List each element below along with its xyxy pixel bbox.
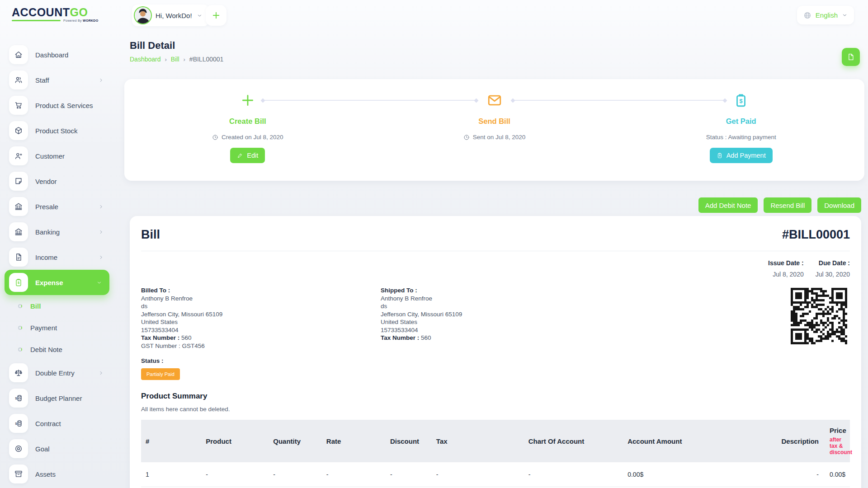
chevron-icon (98, 229, 104, 235)
bill-dates: Issue Date : Jul 8, 2020 Due Date : Jul … (141, 259, 850, 278)
add-debit-note-button[interactable]: Add Debit Note (698, 197, 758, 213)
breadcrumb: Dashboard › Bill › #BILL00001 (130, 56, 223, 63)
sidebar-item[interactable]: Goal (0, 436, 116, 461)
breadcrumb-separator: › (184, 56, 185, 63)
address-line: Tax Number : 560 (141, 335, 381, 341)
sidebar-item[interactable]: Income (0, 244, 116, 270)
sidebar-item[interactable]: Budget Planner (0, 385, 116, 411)
sidebar-item[interactable]: Staff (0, 67, 116, 93)
address-line: Jefferson City, Missouri 65109 (381, 312, 620, 318)
user-menu[interactable]: Hi, WorkDo! (132, 5, 209, 26)
shipped-to-block: Shipped To : Anthony B Renfroe ds Jeffer… (381, 288, 620, 351)
sidebar-item[interactable]: Dashboard (0, 42, 116, 67)
quick-add-button[interactable] (206, 5, 226, 26)
table-header-cell: # (141, 420, 201, 462)
table-cell: - (269, 462, 322, 487)
qr-code (791, 288, 847, 344)
globe-icon (803, 11, 811, 19)
status-badge: Partialy Paid (141, 368, 180, 380)
issue-date-value: Jul 8, 2020 (768, 271, 804, 278)
bill-title: Bill (141, 228, 160, 242)
step-subtitle: Sent on Jul 8, 2020 (371, 134, 618, 141)
bullet-icon (18, 304, 22, 308)
sidebar-item[interactable]: Product Stock (0, 118, 116, 143)
resend-bill-button[interactable]: Resend Bill (764, 197, 811, 213)
sidebar-item[interactable]: Customer (0, 143, 116, 169)
issue-date-label: Issue Date : (768, 259, 804, 267)
address-line: Shipped To : (381, 288, 620, 294)
sidebar-item-icon (9, 197, 28, 216)
address-line: United States (141, 319, 381, 325)
table-cell: 0.00$ (825, 462, 850, 487)
billed-to-block: Billed To : Anthony B Renfroe ds Jeffers… (141, 288, 381, 351)
breadcrumb-bill[interactable]: Bill (171, 56, 179, 63)
progress-step: Send Bill Sent on Jul 8, 2020 (371, 79, 618, 181)
language-selector[interactable]: English (797, 6, 854, 24)
sidebar-item-icon (9, 146, 28, 165)
table-header-cell: Discount (386, 420, 432, 462)
sidebar-subitem[interactable]: Debit Note (0, 338, 116, 360)
document-icon (847, 53, 855, 61)
address-line: Jefferson City, Missouri 65109 (141, 312, 381, 318)
sidebar-item[interactable]: Assets (0, 461, 116, 487)
sidebar-subitem[interactable]: Payment (0, 317, 116, 338)
address-line: 15733533404 (381, 328, 620, 333)
bill-number: #BILL00001 (782, 228, 850, 242)
sidebar-item-icon (9, 273, 28, 292)
sidebar-item-icon (9, 363, 28, 382)
sidebar-item[interactable]: Double Entry (0, 360, 116, 385)
table-cell: 0.00$ (623, 462, 729, 487)
sidebar-item[interactable]: Presale (0, 194, 116, 219)
address-line: Anthony B Renfroe (141, 296, 381, 302)
table-cell: 1 (141, 462, 201, 487)
greeting-text: Hi, WorkDo! (156, 12, 192, 19)
sidebar-item-icon (9, 439, 28, 458)
table-cell: - (729, 462, 825, 487)
sidebar-item[interactable]: Vendor (0, 169, 116, 194)
logo-text: ACCOUNTGO (12, 6, 98, 18)
table-row: 1------0.00$-0.00$ (141, 462, 850, 487)
address-line: 15733533404 (141, 328, 381, 333)
chevron-icon (96, 280, 102, 286)
breadcrumb-dashboard[interactable]: Dashboard (130, 56, 161, 63)
table-header-cell: Priceafter tax & discount (825, 420, 850, 462)
step-icon (371, 93, 618, 111)
sidebar-subitem[interactable]: Bill (0, 295, 116, 317)
step-action-button[interactable]: Edit (230, 148, 265, 163)
sidebar-item[interactable]: Contract (0, 411, 116, 436)
table-cell: - (386, 462, 432, 487)
sidebar-item-icon (9, 248, 28, 267)
step-action-button[interactable]: Add Payment (710, 148, 773, 163)
due-date-value: Jul 30, 2020 (816, 271, 850, 278)
table-cell: - (432, 462, 524, 487)
export-document-button[interactable] (842, 48, 860, 66)
step-title: Get Paid (618, 117, 864, 126)
bill-actions: Add Debit Note Resend Bill Download (698, 197, 861, 213)
clock-icon (463, 134, 470, 141)
divider (141, 251, 850, 251)
sidebar-item-icon (9, 222, 28, 241)
items-table: #ProductQuantityRateDiscountTaxChart Of … (141, 420, 850, 487)
table-header-cell: Account Amount (623, 420, 729, 462)
sidebar-item-icon (9, 172, 28, 191)
sidebar-item[interactable]: Product & Services (0, 93, 116, 118)
button-icon (717, 152, 723, 159)
download-button[interactable]: Download (817, 197, 861, 213)
sidebar: ACCOUNTGO Powered By WORKDO Dashboard St… (0, 0, 116, 488)
app-logo[interactable]: ACCOUNTGO Powered By WORKDO (12, 6, 98, 22)
sidebar-item-icon (9, 389, 28, 408)
main-content: Hi, WorkDo! English Bill Detail Dashboar… (116, 0, 868, 488)
chevron-down-icon (842, 12, 848, 18)
chevron-icon (98, 204, 104, 210)
address-line: Tax Number : 560 (381, 335, 620, 341)
table-cell: - (524, 462, 623, 487)
sidebar-item[interactable]: Expense (5, 270, 109, 295)
logo-underline (12, 20, 61, 21)
status-label: Status : (141, 357, 850, 364)
progress-step: Get Paid Status : Awaiting payment Add P… (618, 79, 864, 181)
sidebar-item[interactable]: Banking (0, 219, 116, 244)
table-header-cell: Tax (432, 420, 524, 462)
breadcrumb-current: #BILL00001 (189, 56, 224, 63)
bullet-icon (18, 326, 22, 330)
powered-by-text: Powered By WORKDO (63, 19, 98, 22)
